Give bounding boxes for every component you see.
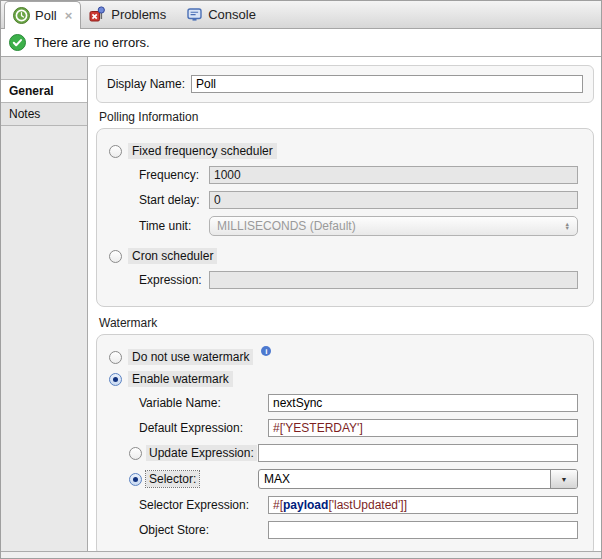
properties-form: Display Name: Polling Information Fixed … <box>88 57 601 551</box>
tab-label: Poll <box>35 8 57 23</box>
cron-radio[interactable] <box>109 250 122 263</box>
update-expression-row: Update Expression: <box>139 444 578 462</box>
start-delay-input[interactable] <box>209 191 578 209</box>
time-unit-value: MILLISECONDS (Default) <box>217 219 356 233</box>
variable-name-input[interactable] <box>268 394 578 412</box>
polling-section-title: Polling Information <box>99 110 594 124</box>
update-expression-radio[interactable] <box>129 447 142 460</box>
selector-row: Selector: MAX ▼ <box>139 469 578 489</box>
display-name-input[interactable] <box>191 75 583 93</box>
stepper-arrows-icon: ▲▼ <box>565 222 570 231</box>
tab-console[interactable]: Console <box>178 1 268 28</box>
default-expression-row: Default Expression: #['YESTERDAY'] <box>139 419 578 437</box>
watermark-group: Do not use watermark i Enable watermark … <box>96 334 594 551</box>
properties-editor-window: Poll × Problems Conso <box>0 0 602 559</box>
polling-group: Fixed frequency scheduler Frequency: Sta… <box>96 128 594 307</box>
close-icon[interactable]: × <box>65 8 73 23</box>
editor-tab-bar: Poll × Problems Conso <box>1 1 601 29</box>
start-delay-label: Start delay: <box>139 193 209 207</box>
variable-name-row: Variable Name: <box>139 394 578 412</box>
sidebar-item-general[interactable]: General <box>1 80 87 103</box>
default-expression-input[interactable]: #['YESTERDAY'] <box>268 419 578 437</box>
object-store-row: Object Store: <box>139 521 578 539</box>
cron-expression-input[interactable] <box>209 271 578 289</box>
bottom-strip <box>1 551 601 558</box>
status-message: There are no errors. <box>34 35 150 50</box>
no-watermark-radio[interactable] <box>109 351 122 364</box>
sidebar-spacer <box>1 57 87 80</box>
status-bar: There are no errors. <box>1 29 601 57</box>
tab-label: Problems <box>111 7 166 22</box>
no-watermark-row: Do not use watermark i <box>109 349 579 365</box>
cron-expression-row: Expression: <box>139 271 578 289</box>
selector-expression-input[interactable]: #[payload['lastUpdated']] <box>268 496 578 514</box>
display-name-label: Display Name: <box>107 77 191 91</box>
default-expression-label: Default Expression: <box>139 421 268 435</box>
selector-value: MAX <box>259 470 550 488</box>
object-store-input[interactable] <box>268 521 578 539</box>
cron-row: Cron scheduler <box>109 248 579 264</box>
frequency-row: Frequency: <box>139 166 578 184</box>
properties-sidebar: General Notes <box>1 57 88 551</box>
tab-label: Console <box>208 7 256 22</box>
chevron-down-icon[interactable]: ▼ <box>550 470 577 488</box>
enable-watermark-row: Enable watermark <box>109 371 579 387</box>
console-icon <box>186 6 203 23</box>
time-unit-select[interactable]: MILLISECONDS (Default) ▲▼ <box>209 216 578 236</box>
selector-expression-row: Selector Expression: #[payload['lastUpda… <box>139 496 578 514</box>
problems-icon <box>89 6 106 23</box>
time-unit-row: Time unit: MILLISECONDS (Default) ▲▼ <box>139 216 578 236</box>
fixed-frequency-radio[interactable] <box>109 145 122 158</box>
cron-expression-label: Expression: <box>139 273 209 287</box>
cron-label: Cron scheduler <box>128 248 217 264</box>
frequency-label: Frequency: <box>139 168 209 182</box>
clock-icon <box>13 7 30 24</box>
info-icon[interactable]: i <box>261 346 271 356</box>
update-expression-input[interactable] <box>258 444 578 462</box>
enable-watermark-radio[interactable] <box>109 373 122 386</box>
selector-label: Selector: <box>146 471 199 487</box>
editor-body: General Notes Display Name: Polling Info… <box>1 57 601 551</box>
check-icon <box>9 34 26 51</box>
selector-radio[interactable] <box>129 473 142 486</box>
sidebar-item-notes[interactable]: Notes <box>1 103 87 126</box>
tab-poll[interactable]: Poll × <box>4 1 81 29</box>
no-watermark-label: Do not use watermark <box>128 349 253 365</box>
fixed-frequency-row: Fixed frequency scheduler <box>109 143 579 159</box>
selector-expression-label: Selector Expression: <box>139 498 268 512</box>
frequency-input[interactable] <box>209 166 578 184</box>
start-delay-row: Start delay: <box>139 191 578 209</box>
selector-dropdown[interactable]: MAX ▼ <box>258 469 578 489</box>
enable-watermark-label: Enable watermark <box>128 371 233 387</box>
fixed-frequency-label: Fixed frequency scheduler <box>128 143 277 159</box>
object-store-label: Object Store: <box>139 523 268 537</box>
watermark-section-title: Watermark <box>99 316 594 330</box>
tab-problems[interactable]: Problems <box>81 1 178 28</box>
display-name-box: Display Name: <box>96 65 594 103</box>
time-unit-label: Time unit: <box>139 219 209 233</box>
sidebar-filler <box>1 126 87 551</box>
update-expression-label: Update Expression: <box>146 445 257 461</box>
variable-name-label: Variable Name: <box>139 396 268 410</box>
